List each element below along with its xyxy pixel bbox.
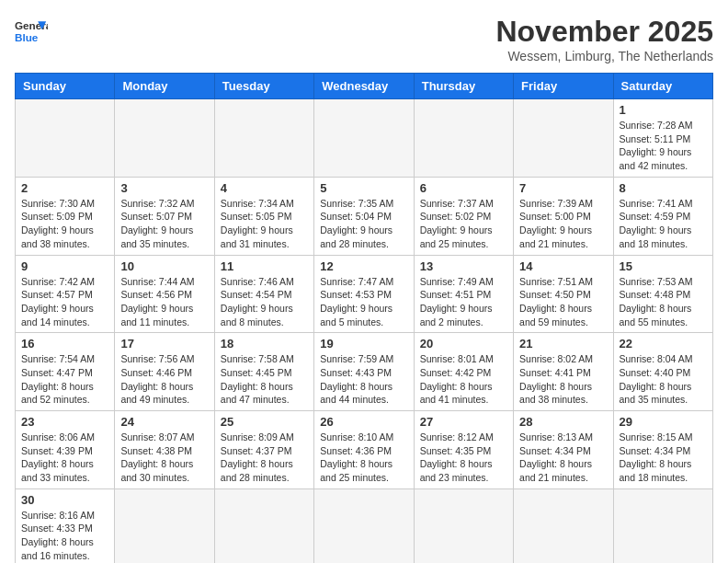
day-info: Sunrise: 8:12 AM Sunset: 4:35 PM Dayligh…: [420, 431, 507, 485]
day-number: 16: [21, 337, 108, 350]
day-info: Sunrise: 7:34 AM Sunset: 5:05 PM Dayligh…: [221, 197, 308, 251]
day-number: 23: [21, 415, 108, 429]
day-cell: [514, 488, 613, 563]
day-cell: 28Sunrise: 8:13 AM Sunset: 4:34 PM Dayli…: [514, 411, 613, 489]
day-cell: 9Sunrise: 7:42 AM Sunset: 4:57 PM Daylig…: [16, 255, 115, 333]
day-cell: 23Sunrise: 8:06 AM Sunset: 4:39 PM Dayli…: [16, 411, 115, 489]
day-cell: 3Sunrise: 7:32 AM Sunset: 5:07 PM Daylig…: [115, 177, 214, 255]
day-cell: [314, 99, 414, 178]
week-row-5: 23Sunrise: 8:06 AM Sunset: 4:39 PM Dayli…: [16, 411, 713, 489]
day-cell: 30Sunrise: 8:16 AM Sunset: 4:33 PM Dayli…: [16, 488, 115, 563]
day-number: 26: [320, 415, 407, 429]
day-info: Sunrise: 7:56 AM Sunset: 4:46 PM Dayligh…: [120, 352, 208, 407]
day-number: 15: [620, 259, 707, 273]
weekday-header-friday: Friday: [514, 74, 613, 99]
weekday-header-saturday: Saturday: [613, 74, 712, 99]
day-cell: 25Sunrise: 8:09 AM Sunset: 4:37 PM Dayli…: [214, 411, 313, 489]
weekday-header-row: SundayMondayTuesdayWednesdayThursdayFrid…: [16, 74, 713, 99]
day-info: Sunrise: 7:39 AM Sunset: 5:00 PM Dayligh…: [519, 197, 607, 251]
day-cell: [16, 99, 115, 178]
day-number: 3: [120, 181, 208, 195]
title-area: November 2025 Wessem, Limburg, The Nethe…: [495, 15, 713, 63]
day-number: 8: [620, 181, 707, 195]
weekday-header-tuesday: Tuesday: [214, 74, 313, 99]
day-number: 4: [221, 181, 308, 195]
day-info: Sunrise: 7:44 AM Sunset: 4:56 PM Dayligh…: [120, 275, 208, 329]
day-info: Sunrise: 8:13 AM Sunset: 4:34 PM Dayligh…: [519, 431, 607, 485]
day-number: 18: [221, 337, 308, 350]
day-cell: 11Sunrise: 7:46 AM Sunset: 4:54 PM Dayli…: [214, 255, 313, 333]
day-number: 21: [519, 337, 607, 350]
day-cell: 24Sunrise: 8:07 AM Sunset: 4:38 PM Dayli…: [115, 411, 214, 489]
weekday-header-wednesday: Wednesday: [314, 74, 414, 99]
day-number: 20: [420, 337, 507, 350]
day-info: Sunrise: 8:16 AM Sunset: 4:33 PM Dayligh…: [21, 509, 108, 563]
week-row-2: 2Sunrise: 7:30 AM Sunset: 5:09 PM Daylig…: [16, 177, 713, 255]
day-info: Sunrise: 8:09 AM Sunset: 4:37 PM Dayligh…: [221, 431, 308, 485]
day-cell: 27Sunrise: 8:12 AM Sunset: 4:35 PM Dayli…: [414, 411, 513, 489]
day-info: Sunrise: 8:07 AM Sunset: 4:38 PM Dayligh…: [120, 431, 208, 485]
day-cell: 19Sunrise: 7:59 AM Sunset: 4:43 PM Dayli…: [314, 333, 414, 411]
svg-text:Blue: Blue: [15, 31, 39, 43]
day-info: Sunrise: 8:06 AM Sunset: 4:39 PM Dayligh…: [21, 431, 108, 485]
day-cell: 6Sunrise: 7:37 AM Sunset: 5:02 PM Daylig…: [414, 177, 513, 255]
day-info: Sunrise: 7:32 AM Sunset: 5:07 PM Dayligh…: [120, 197, 208, 251]
day-info: Sunrise: 7:30 AM Sunset: 5:09 PM Dayligh…: [21, 197, 108, 251]
day-cell: 22Sunrise: 8:04 AM Sunset: 4:40 PM Dayli…: [613, 333, 712, 411]
day-cell: 5Sunrise: 7:35 AM Sunset: 5:04 PM Daylig…: [314, 177, 414, 255]
day-cell: [115, 488, 214, 563]
week-row-4: 16Sunrise: 7:54 AM Sunset: 4:47 PM Dayli…: [16, 333, 713, 411]
day-number: 14: [519, 259, 607, 273]
day-number: 24: [120, 415, 208, 429]
day-cell: 14Sunrise: 7:51 AM Sunset: 4:50 PM Dayli…: [514, 255, 613, 333]
day-cell: 18Sunrise: 7:58 AM Sunset: 4:45 PM Dayli…: [214, 333, 313, 411]
day-number: 1: [620, 103, 707, 117]
day-cell: [514, 99, 613, 178]
day-cell: 16Sunrise: 7:54 AM Sunset: 4:47 PM Dayli…: [16, 333, 115, 411]
day-info: Sunrise: 8:15 AM Sunset: 4:34 PM Dayligh…: [620, 431, 707, 485]
day-cell: 2Sunrise: 7:30 AM Sunset: 5:09 PM Daylig…: [16, 177, 115, 255]
day-number: 27: [420, 415, 507, 429]
day-cell: 4Sunrise: 7:34 AM Sunset: 5:05 PM Daylig…: [214, 177, 313, 255]
day-info: Sunrise: 7:59 AM Sunset: 4:43 PM Dayligh…: [320, 352, 407, 407]
day-info: Sunrise: 7:47 AM Sunset: 4:53 PM Dayligh…: [320, 275, 407, 329]
day-number: 13: [420, 259, 507, 273]
calendar-subtitle: Wessem, Limburg, The Netherlands: [495, 49, 713, 63]
day-number: 5: [320, 181, 407, 195]
day-number: 29: [620, 415, 707, 429]
calendar-table: SundayMondayTuesdayWednesdayThursdayFrid…: [15, 73, 713, 563]
day-cell: [314, 488, 414, 563]
day-cell: 12Sunrise: 7:47 AM Sunset: 4:53 PM Dayli…: [314, 255, 414, 333]
day-cell: [214, 488, 313, 563]
day-cell: 21Sunrise: 8:02 AM Sunset: 4:41 PM Dayli…: [514, 333, 613, 411]
day-info: Sunrise: 7:51 AM Sunset: 4:50 PM Dayligh…: [519, 275, 607, 329]
day-number: 7: [519, 181, 607, 195]
day-number: 28: [519, 415, 607, 429]
day-number: 2: [21, 181, 108, 195]
weekday-header-sunday: Sunday: [16, 74, 115, 99]
day-number: 12: [320, 259, 407, 273]
day-info: Sunrise: 7:58 AM Sunset: 4:45 PM Dayligh…: [221, 352, 308, 407]
day-cell: [414, 488, 513, 563]
day-info: Sunrise: 8:10 AM Sunset: 4:36 PM Dayligh…: [320, 431, 407, 485]
day-number: 19: [320, 337, 407, 350]
day-info: Sunrise: 8:04 AM Sunset: 4:40 PM Dayligh…: [620, 352, 707, 407]
day-cell: 29Sunrise: 8:15 AM Sunset: 4:34 PM Dayli…: [613, 411, 712, 489]
day-number: 6: [420, 181, 507, 195]
day-info: Sunrise: 7:35 AM Sunset: 5:04 PM Dayligh…: [320, 197, 407, 251]
day-cell: 8Sunrise: 7:41 AM Sunset: 4:59 PM Daylig…: [613, 177, 712, 255]
week-row-1: 1Sunrise: 7:28 AM Sunset: 5:11 PM Daylig…: [16, 99, 713, 178]
day-cell: [214, 99, 313, 178]
day-cell: [414, 99, 513, 178]
day-cell: 13Sunrise: 7:49 AM Sunset: 4:51 PM Dayli…: [414, 255, 513, 333]
day-number: 22: [620, 337, 707, 350]
day-cell: 20Sunrise: 8:01 AM Sunset: 4:42 PM Dayli…: [414, 333, 513, 411]
day-number: 9: [21, 259, 108, 273]
day-info: Sunrise: 7:37 AM Sunset: 5:02 PM Dayligh…: [420, 197, 507, 251]
day-number: 17: [120, 337, 208, 350]
day-number: 10: [120, 259, 208, 273]
logo-icon: General Blue: [15, 15, 48, 48]
calendar-title: November 2025: [495, 15, 713, 49]
day-info: Sunrise: 7:54 AM Sunset: 4:47 PM Dayligh…: [21, 352, 108, 407]
day-number: 11: [221, 259, 308, 273]
